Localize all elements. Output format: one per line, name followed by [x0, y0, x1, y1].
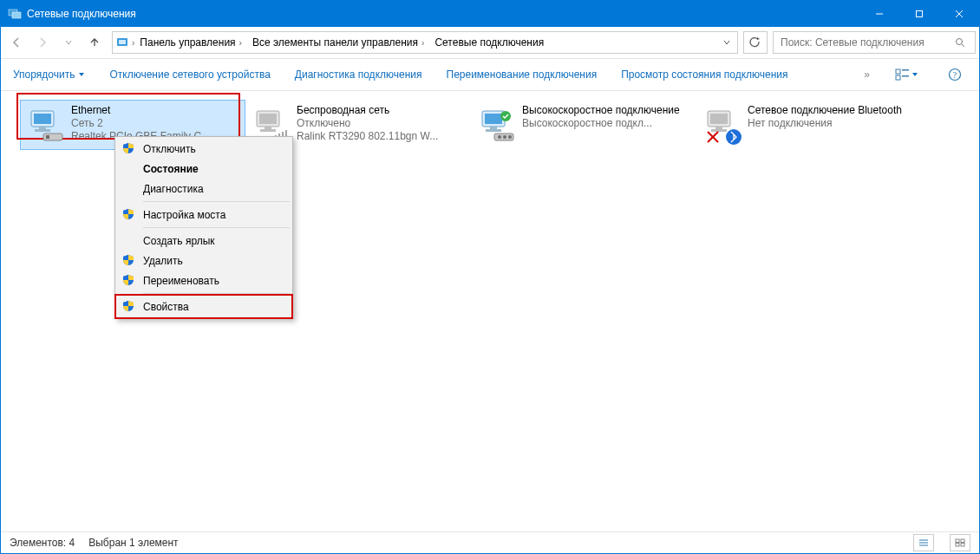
details-view-button[interactable]	[913, 534, 934, 551]
breadcrumb-item[interactable]: Панель управления›	[134, 35, 247, 50]
svg-point-37	[498, 135, 501, 139]
connection-item-highspeed[interactable]: Высокоскоростное подключение Высокоскоро…	[471, 100, 696, 150]
minimize-button[interactable]	[859, 1, 899, 27]
connection-name: Высокоскоростное подключение	[522, 104, 680, 117]
svg-line-9	[962, 44, 964, 47]
svg-rect-13	[902, 75, 909, 77]
content-area: Ethernet Сеть 2 Realtek PCIe GBE Family …	[1, 91, 979, 531]
breadcrumb-item[interactable]: Все элементы панели управления›	[247, 35, 429, 50]
connection-name: Ethernet	[71, 104, 210, 117]
search-icon	[955, 37, 966, 49]
statusbar: Элементов: 4 Выбран 1 элемент	[1, 531, 979, 553]
search-box[interactable]	[773, 31, 976, 54]
network-adapter-icon	[24, 104, 66, 146]
window-controls	[859, 1, 979, 27]
svg-rect-50	[956, 539, 959, 543]
svg-rect-41	[710, 114, 728, 124]
svg-point-38	[503, 135, 506, 139]
svg-rect-53	[961, 544, 964, 547]
menu-label: Удалить	[143, 255, 183, 267]
svg-rect-43	[711, 129, 727, 132]
network-adapter-icon	[701, 104, 742, 146]
svg-rect-25	[260, 129, 276, 132]
connection-status: Отключено	[297, 117, 438, 130]
menu-item-disable[interactable]: Отключить	[117, 139, 291, 159]
svg-rect-11	[902, 69, 909, 71]
breadcrumb-dropdown[interactable]	[718, 39, 735, 46]
svg-rect-52	[956, 544, 959, 547]
svg-rect-3	[917, 11, 923, 17]
svg-rect-21	[46, 135, 49, 139]
breadcrumb-item[interactable]: Сетевые подключения	[429, 35, 549, 50]
breadcrumb[interactable]: › Панель управления› Все элементы панели…	[112, 31, 738, 54]
view-options-button[interactable]	[894, 64, 918, 85]
window: Сетевые подключения › Панель управления›…	[0, 0, 980, 554]
view-status-cmd[interactable]: Просмотр состояния подключения	[621, 68, 787, 81]
svg-rect-17	[34, 114, 51, 124]
svg-rect-34	[486, 129, 501, 132]
svg-rect-12	[896, 75, 900, 80]
menu-label: Настройка моста	[143, 209, 225, 221]
menu-item-diagnose[interactable]: Диагностика	[117, 179, 291, 199]
menu-separator	[143, 201, 290, 202]
menu-item-shortcut[interactable]: Создать ярлык	[117, 231, 291, 251]
svg-rect-24	[265, 127, 271, 129]
menu-separator	[143, 227, 290, 228]
connection-item-bluetooth[interactable]: Сетевое подключение Bluetooth Нет подклю…	[696, 100, 922, 150]
menu-label: Свойства	[143, 301, 189, 313]
menu-item-rename[interactable]: Переименовать	[117, 270, 291, 290]
refresh-button[interactable]	[743, 31, 768, 54]
cmd-label: Упорядочить	[13, 68, 75, 81]
svg-rect-42	[715, 127, 722, 129]
svg-rect-18	[39, 127, 46, 129]
maximize-button[interactable]	[899, 1, 939, 27]
search-input[interactable]	[779, 36, 955, 49]
close-button[interactable]	[939, 1, 979, 27]
svg-rect-19	[35, 129, 50, 132]
connection-status: Высокоскоростное подкл...	[522, 117, 680, 130]
organize-menu[interactable]: Упорядочить	[13, 68, 85, 81]
context-menu: Отключить Состояние Диагностика Настройк…	[114, 136, 293, 319]
breadcrumb-label: Все элементы панели управления	[252, 36, 418, 49]
menu-item-bridge[interactable]: Настройка моста	[117, 205, 291, 225]
connection-device: Ralink RT3290 802.11bgn W...	[297, 130, 438, 143]
diagnose-cmd[interactable]: Диагностика подключения	[295, 68, 422, 81]
svg-rect-7	[119, 40, 126, 44]
connection-name: Сетевое подключение Bluetooth	[748, 104, 902, 117]
recent-dropdown[interactable]	[56, 30, 81, 55]
connection-status: Сеть 2	[71, 117, 210, 130]
uac-shield-icon	[122, 300, 136, 314]
rename-cmd[interactable]: Переименование подключения	[447, 68, 598, 81]
menu-label: Переименовать	[143, 275, 219, 287]
breadcrumb-label: Сетевые подключения	[434, 36, 544, 49]
menu-label: Состояние	[143, 163, 199, 175]
connection-status: Нет подключения	[748, 117, 902, 130]
more-chevron[interactable]: »	[864, 68, 870, 81]
selection-count: Выбран 1 элемент	[88, 537, 178, 549]
uac-shield-icon	[122, 254, 136, 268]
uac-shield-icon	[122, 142, 136, 156]
svg-rect-51	[961, 539, 964, 543]
svg-point-8	[957, 38, 963, 44]
breadcrumb-label: Панель управления	[140, 36, 235, 49]
menu-item-properties[interactable]: Свойства	[117, 297, 291, 316]
menu-item-status[interactable]: Состояние	[117, 159, 291, 179]
uac-shield-icon	[122, 274, 136, 288]
command-bar: Упорядочить Отключение сетевого устройст…	[1, 59, 979, 91]
forward-button[interactable]	[30, 30, 55, 55]
window-title: Сетевые подключения	[27, 8, 859, 20]
disable-device-cmd[interactable]: Отключение сетевого устройства	[109, 68, 270, 81]
svg-point-39	[508, 135, 512, 139]
svg-rect-1	[12, 12, 21, 18]
menu-label: Создать ярлык	[143, 235, 215, 247]
menu-item-delete[interactable]: Удалить	[117, 251, 291, 270]
help-button[interactable]: ?	[943, 64, 967, 85]
up-button[interactable]	[82, 30, 107, 55]
back-button[interactable]	[4, 30, 29, 55]
control-panel-icon	[114, 35, 130, 50]
thumbnails-view-button[interactable]	[950, 534, 970, 551]
menu-label: Диагностика	[143, 183, 204, 195]
svg-text:?: ?	[953, 70, 957, 80]
connection-name: Беспроводная сеть	[297, 104, 438, 117]
svg-rect-33	[490, 127, 497, 129]
